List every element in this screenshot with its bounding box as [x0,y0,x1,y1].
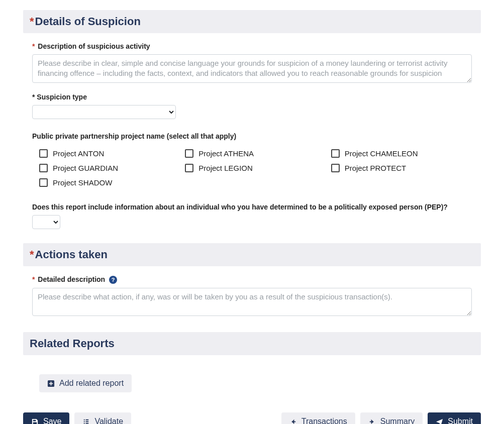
arrow-right-icon [368,418,376,425]
project-checkbox-protect[interactable]: Project PROTECT [331,164,472,172]
project-checkbox-chameleon[interactable]: Project CHAMELEON [331,149,472,158]
ppp-label: Public private partnership project name … [32,132,472,140]
paper-plane-icon [436,418,443,425]
svg-rect-4 [370,421,374,422]
svg-rect-2 [49,383,53,384]
checkbox-icon [185,149,193,158]
detailed-description-label: * Detailed description ? [32,275,472,284]
details-heading: *Details of Suspicion [30,15,474,28]
related-heading: Related Reports [30,337,474,350]
actions-section-body: * Detailed description ? [23,275,481,319]
checklist-icon [82,418,90,425]
pep-label: Does this report include information abo… [32,203,472,211]
svg-rect-3 [291,421,295,422]
project-checkbox-legion[interactable]: Project LEGION [185,164,326,172]
related-section-header: Related Reports [23,332,481,355]
checkbox-icon [331,164,340,172]
transactions-button[interactable]: Transactions [281,412,355,424]
required-asterisk: * [32,42,37,50]
submit-button[interactable]: Submit [428,412,481,424]
details-section-header: *Details of Suspicion [23,10,481,33]
actions-heading: *Actions taken [30,248,474,261]
checkbox-icon [185,164,193,172]
add-related-report-button[interactable]: Add related report [39,374,132,392]
pep-select[interactable] [32,215,60,229]
help-icon[interactable]: ? [109,276,117,284]
checkbox-icon [331,149,340,158]
plus-square-icon [47,380,55,387]
project-checkbox-anton[interactable]: Project ANTON [39,149,180,158]
detailed-description-textarea[interactable] [32,288,472,316]
project-checkbox-athena[interactable]: Project ATHENA [185,149,326,158]
actions-section-header: *Actions taken [23,243,481,266]
action-bar-right: Transactions Summary Submit [281,412,481,424]
details-section-body: * Description of suspicious activity * S… [23,42,481,229]
save-button[interactable]: Save [23,412,69,424]
action-bar: Save Validate Transactions Summary Submi… [23,412,481,424]
description-label: * Description of suspicious activity [32,42,472,50]
checkbox-icon [39,149,48,158]
validate-button[interactable]: Validate [74,412,131,424]
project-checkbox-shadow[interactable]: Project SHADOW [39,178,180,187]
checkbox-icon [39,178,48,187]
required-asterisk: * [30,248,34,261]
project-checkbox-grid: Project ANTON Project ATHENA Project CHA… [32,149,472,187]
suspicion-type-label: * Suspicion type [32,93,472,101]
required-asterisk: * [32,93,37,101]
summary-button[interactable]: Summary [360,412,423,424]
required-asterisk: * [30,15,34,28]
suspicion-type-select[interactable] [32,105,176,119]
required-asterisk: * [32,275,37,283]
arrow-left-icon [289,418,297,425]
description-textarea[interactable] [32,54,472,83]
related-section-body: Add related report [23,364,481,392]
checkbox-icon [39,164,48,172]
project-checkbox-guardian[interactable]: Project GUARDIAN [39,164,180,172]
action-bar-left: Save Validate [23,412,131,424]
save-icon [31,418,39,425]
